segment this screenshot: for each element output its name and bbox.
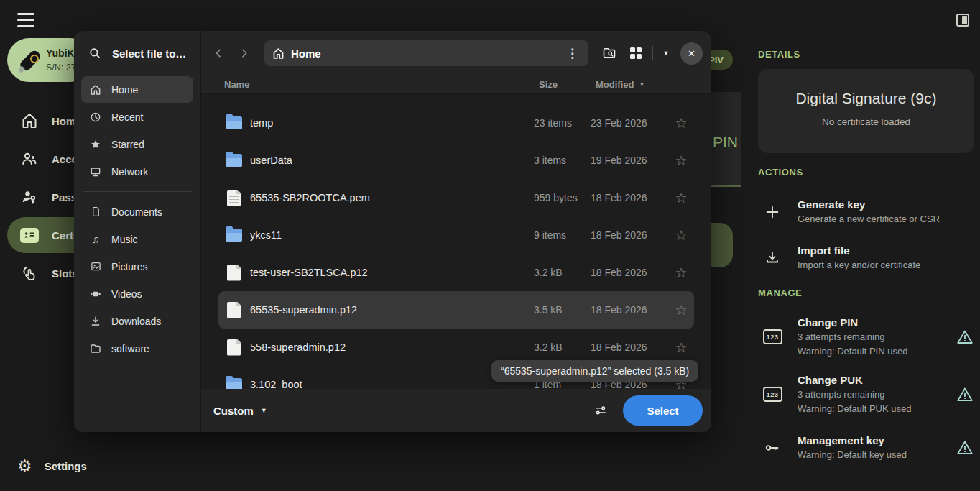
pin-label: PIN: [713, 134, 738, 151]
filter-label: Custom: [213, 405, 254, 417]
forward-button[interactable]: [233, 42, 255, 65]
file-row[interactable]: test-user-SB2TLSCA.p12 3.2 kB 18 Feb 202…: [218, 254, 694, 291]
dialog-sidebar: Select file to… Home Recent Starred Netw…: [74, 31, 201, 432]
sidebar-divider: [83, 191, 192, 192]
manage-line2: Warning: Default PUK used: [798, 402, 943, 416]
column-size[interactable]: Size: [539, 79, 596, 90]
dialog-sidebar-downloads[interactable]: Downloads: [81, 308, 193, 334]
dialog-sidebar-music[interactable]: ♫ Music: [81, 226, 193, 252]
star-icon[interactable]: ☆: [668, 152, 694, 169]
file-row-partial[interactable]: [218, 94, 694, 104]
close-icon[interactable]: ✕: [680, 42, 703, 65]
manage-line1: 3 attempts remaining: [798, 330, 943, 344]
column-name[interactable]: Name: [224, 79, 539, 90]
panel-toggle-icon[interactable]: [956, 14, 969, 27]
sidebar-label: Music: [111, 234, 138, 245]
key-icon: [759, 433, 785, 462]
star-icon[interactable]: ☆: [668, 302, 694, 318]
folder-icon: [226, 229, 242, 242]
dialog-sidebar-starred[interactable]: Starred: [81, 131, 193, 157]
toolbar-separator: [652, 46, 653, 60]
sidebar-label: software: [111, 343, 149, 354]
file-icon: [227, 302, 241, 318]
folder-icon: [226, 378, 242, 389]
action-subtitle: Generate a new certificate or CSR: [798, 212, 975, 226]
manage-title: Management key: [798, 433, 943, 448]
grid-view-button[interactable]: [624, 42, 647, 65]
file-row-selected[interactable]: 65535-superadmin.p12 3.5 kB 18 Feb 2026 …: [218, 291, 694, 329]
manage-title: Change PIN: [798, 315, 943, 330]
column-modified[interactable]: Modified ▼: [596, 79, 673, 90]
yubikey-icon: [13, 45, 45, 76]
dialog-sidebar-network[interactable]: Network: [81, 158, 193, 185]
document-icon: [89, 206, 102, 217]
sidebar-label: Videos: [111, 288, 142, 300]
actions-header: ACTIONS: [758, 167, 803, 178]
dialog-title: Select file to…: [112, 47, 186, 60]
music-note-icon: ♫: [89, 234, 102, 244]
location-menu-icon[interactable]: ⋮: [564, 46, 581, 61]
file-row[interactable]: 65535-SB2ROOTCA.pem 959 bytes 18 Feb 202…: [218, 179, 694, 216]
dialog-sidebar-home[interactable]: Home: [81, 76, 193, 103]
dialog-footer: Custom ▼ Select: [201, 389, 711, 432]
management-key-item[interactable]: Management key Warning: Default key used: [759, 433, 975, 462]
dialog-sidebar-recent[interactable]: Recent: [81, 104, 193, 130]
details-card: Digital Signature (9c) No certificate lo…: [758, 69, 974, 153]
sidebar-label: Downloads: [111, 316, 161, 327]
file-row[interactable]: ykcs11 9 items 18 Feb 2026 ☆: [218, 216, 694, 254]
video-camera-icon: [89, 288, 102, 300]
import-icon: [759, 243, 785, 272]
sidebar-label: Home: [111, 84, 138, 96]
change-puk-item[interactable]: 123 Change PUK 3 attempts remaining Warn…: [759, 372, 975, 416]
dialog-sidebar-videos[interactable]: Videos: [81, 280, 193, 307]
file-icon: [227, 190, 241, 206]
select-button[interactable]: Select: [623, 395, 703, 426]
file-type-filter[interactable]: Custom ▼: [213, 400, 273, 421]
picture-icon: [89, 261, 102, 272]
folder-icon: [89, 343, 102, 354]
star-icon[interactable]: ☆: [668, 265, 694, 281]
gear-icon: ⚙: [17, 458, 32, 474]
warning-icon: [955, 372, 975, 416]
file-icon: [227, 339, 241, 356]
dialog-sidebar-documents[interactable]: Documents: [81, 198, 193, 225]
network-icon: [89, 166, 102, 178]
home-icon: [89, 84, 102, 96]
search-folder-button[interactable]: [598, 42, 621, 65]
column-headers: Name Size Modified ▼: [201, 75, 711, 94]
clock-icon: [89, 111, 102, 123]
file-row[interactable]: userData 3 items 19 Feb 2026 ☆: [218, 142, 694, 179]
action-subtitle: Import a key and/or certificate: [798, 258, 975, 272]
star-icon[interactable]: ☆: [668, 227, 694, 244]
menu-icon[interactable]: [17, 13, 34, 27]
star-icon[interactable]: ☆: [668, 115, 694, 132]
sidebar-label: Documents: [111, 206, 162, 218]
dialog-toolbar: Home ⋮ ▼ ✕: [201, 31, 711, 75]
sidebar-item-settings[interactable]: ⚙ Settings: [17, 458, 87, 474]
file-row[interactable]: temp 23 items 23 Feb 2026 ☆: [218, 104, 694, 142]
home-icon: [20, 111, 39, 130]
file-icon: [227, 265, 241, 281]
change-pin-item[interactable]: 123 Change PIN 3 attempts remaining Warn…: [759, 315, 975, 359]
passkey-icon: [20, 188, 39, 206]
sort-indicator-icon: ▼: [639, 81, 644, 88]
touch-slots-icon: [20, 264, 39, 283]
download-icon: [89, 316, 102, 327]
star-icon[interactable]: ☆: [668, 339, 694, 356]
action-title: Generate key: [798, 197, 975, 212]
chevron-down-icon: ▼: [261, 407, 267, 414]
location-bar[interactable]: Home ⋮: [264, 40, 588, 66]
search-icon[interactable]: [88, 47, 101, 60]
import-file-action[interactable]: Import file Import a key and/or certific…: [759, 243, 975, 272]
home-icon: [272, 47, 285, 60]
manage-header: MANAGE: [758, 288, 802, 298]
generate-key-action[interactable]: Generate key Generate a new certificate …: [759, 197, 975, 226]
manage-line1: 3 attempts remaining: [798, 387, 943, 402]
star-icon[interactable]: ☆: [668, 190, 694, 206]
back-button[interactable]: [207, 42, 229, 65]
manage-line2: Warning: Default PIN used: [798, 344, 943, 359]
dialog-sidebar-pictures[interactable]: Pictures: [81, 253, 193, 280]
view-options-caret[interactable]: ▼: [658, 50, 674, 57]
dialog-sidebar-software[interactable]: software: [81, 335, 193, 362]
view-settings-icon[interactable]: [588, 398, 613, 423]
